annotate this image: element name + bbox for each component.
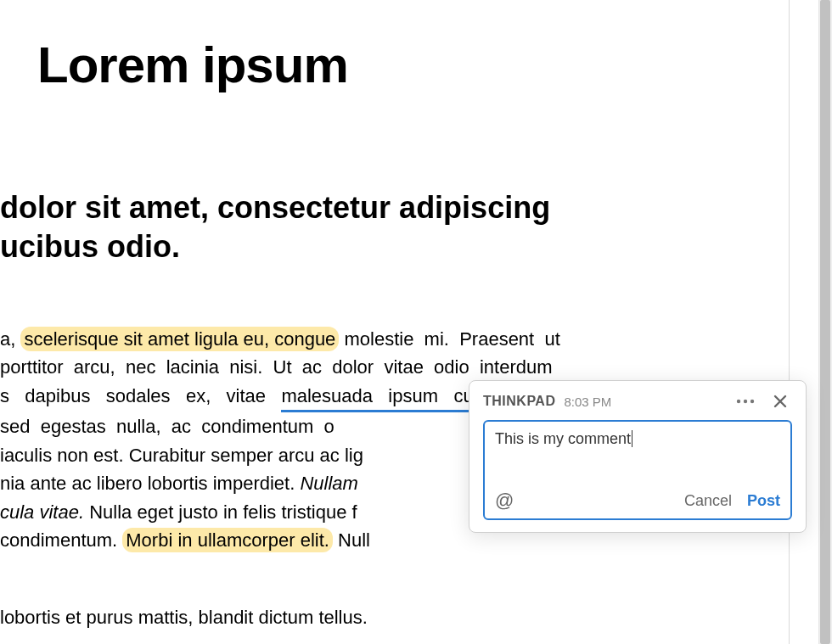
comment-author: THINKPAD bbox=[483, 394, 555, 409]
svg-point-1 bbox=[744, 400, 747, 403]
body-last-line: lobortis et purus mattis, blandit dictum… bbox=[0, 607, 368, 629]
comment-actions: @ Cancel Post bbox=[495, 490, 780, 512]
body-row-1: a, scelerisque sit amet ligula eu, congu… bbox=[0, 325, 560, 353]
more-options-button[interactable] bbox=[731, 397, 760, 406]
svg-point-2 bbox=[750, 400, 754, 403]
cancel-button[interactable]: Cancel bbox=[684, 492, 732, 510]
close-icon bbox=[773, 395, 787, 408]
heading-line-1: dolor sit amet, consectetur adipiscing bbox=[0, 188, 550, 227]
ellipsis-icon bbox=[736, 399, 755, 404]
highlighted-text-1[interactable]: scelerisque sit amet ligula eu, congue bbox=[20, 327, 339, 351]
comment-popup: THINKPAD 8:03 PM This is my comment @ Ca… bbox=[469, 380, 807, 533]
body-row-2: porttitor arcu, nec lacinia nisi. Ut ac … bbox=[0, 353, 560, 381]
section-heading: dolor sit amet, consectetur adipiscing u… bbox=[0, 188, 550, 266]
comment-timestamp: 8:03 PM bbox=[564, 395, 611, 409]
scrollbar-thumb[interactable] bbox=[820, 0, 830, 644]
document-page: Lorem ipsum dolor sit amet, consectetur … bbox=[0, 0, 790, 644]
post-button[interactable]: Post bbox=[747, 492, 780, 510]
scrollbar-track[interactable] bbox=[818, 0, 832, 644]
document-title: Lorem ipsum bbox=[37, 36, 348, 94]
mention-button[interactable]: @ bbox=[495, 490, 514, 512]
heading-line-2: ucibus odio. bbox=[0, 227, 550, 266]
comment-textarea[interactable]: This is my comment bbox=[495, 430, 780, 481]
svg-point-0 bbox=[737, 400, 740, 403]
comment-input-box[interactable]: This is my comment @ Cancel Post bbox=[483, 420, 792, 520]
highlighted-text-2[interactable]: Morbi in ullamcorper elit. bbox=[122, 528, 333, 552]
comment-header: THINKPAD 8:03 PM bbox=[483, 393, 792, 410]
close-button[interactable] bbox=[768, 393, 792, 410]
